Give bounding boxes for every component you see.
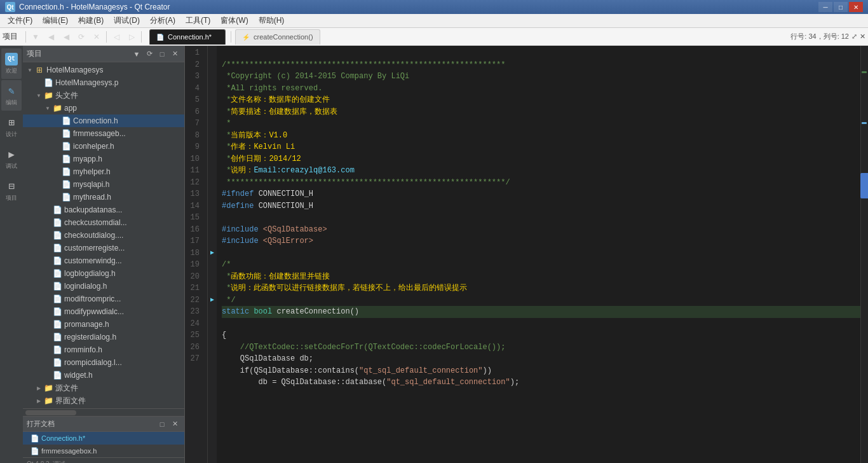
toolbar-prev-btn[interactable]: ◁ [109, 30, 123, 44]
panel-filter-btn[interactable]: ▼ [131, 48, 142, 60]
editor-wrapper: 1234567891011121314151617181920212223242… [185, 46, 868, 463]
file-icon-open-connection: 📄 [31, 434, 39, 443]
tree-item-connection[interactable]: 📄 Connection.h [23, 114, 184, 127]
file-icon-myhelper: 📄 [61, 167, 71, 176]
menu-edit[interactable]: 编辑(E) [37, 14, 73, 27]
window-controls[interactable]: ─ □ ✕ [818, 2, 863, 12]
file-icon-logindialog: 📄 [52, 282, 62, 291]
tree-item-headers[interactable]: ▼ 📁 头文件 [23, 89, 184, 102]
toolbar-forward-btn[interactable]: ◀ [59, 30, 73, 44]
tree-item-mysqlapi[interactable]: 📄 mysqlapi.h [23, 178, 184, 191]
toolbar-close-btn[interactable]: ✕ [90, 30, 104, 44]
file-icon-customerregiste: 📄 [52, 244, 62, 252]
tree-label-uifiles: 界面文件 [55, 396, 86, 406]
open-docs-header[interactable]: 打开文档 □ ✕ [23, 417, 184, 432]
menu-analyze[interactable]: 分析(A) [145, 14, 180, 27]
open-doc-label-frmmessage: frmmessagebox.h [41, 447, 97, 455]
file-icon-frmmessage: 📄 [61, 129, 71, 138]
tree-item-myapp[interactable]: 📄 myapp.h [23, 153, 184, 165]
tree-item-backupdatanase[interactable]: 📄 backupdatanas... [23, 204, 184, 216]
tree-label-logindialog: logindialog.h [64, 282, 107, 291]
close-icon[interactable]: ✕ [860, 32, 865, 41]
open-doc-connection[interactable]: 📄 Connection.h* [23, 432, 184, 445]
open-docs-expand-btn[interactable]: □ [156, 418, 168, 430]
tree-label-iconhelper: iconhelper.h [73, 142, 114, 151]
right-scroll-indicator[interactable] [860, 46, 868, 463]
sidebar-item-project[interactable]: ⊟ 项目 [1, 176, 22, 206]
menu-file[interactable]: 文件(F) [3, 14, 37, 27]
project-icon: ⊟ [8, 180, 15, 193]
sidebar-label-project: 项目 [6, 194, 17, 202]
tree-item-sources[interactable]: ▶ 📁 源文件 [23, 382, 184, 394]
panel-sync-btn[interactable]: ⟳ [144, 48, 155, 60]
toolbar-next-btn[interactable]: ▷ [125, 30, 139, 44]
open-docs-panel: 打开文档 □ ✕ 📄 Connection.h* 📄 frmmessagebox… [23, 416, 184, 457]
tree-label-hotel: HotelManagesys [46, 66, 103, 74]
tree-item-customerwindow[interactable]: 📄 customerwindg... [23, 254, 184, 267]
sidebar: Qt 欢迎 ✎ 编辑 ⊞ 设计 ▶ 调试 ⊟ 项目 ? 帮助 [0, 46, 23, 463]
right-tab-indicator[interactable] [860, 173, 868, 198]
open-docs-close-btn[interactable]: ✕ [169, 418, 180, 430]
code-editor[interactable]: 1234567891011121314151617181920212223242… [185, 46, 868, 463]
tree-item-roompicdialog[interactable]: 📄 roompicdialog.l... [23, 356, 184, 369]
tree-arrow-hotel: ▼ [25, 67, 34, 73]
tree-item-romminfo[interactable]: 📄 romminfo.h [23, 343, 184, 356]
toolbar-sync-btn[interactable]: ⟳ [74, 30, 88, 44]
tree-item-checkcustomdial[interactable]: 📄 checkcustomdial... [23, 216, 184, 229]
toolbar-filter-btn[interactable]: ▼ [29, 30, 43, 44]
tree-item-modiftroompric[interactable]: 📄 modiftroompric... [23, 293, 184, 305]
folder-icon-app: 📁 [52, 104, 62, 113]
hscroll-thumb[interactable] [25, 410, 76, 415]
tree-item-hotelpro[interactable]: 📄 HotelManagesys.p [23, 76, 184, 89]
sidebar-item-design[interactable]: ⊞ 设计 [1, 112, 22, 142]
tree-label-modiftroompric: modiftroompric... [64, 294, 121, 303]
toolbar-back-btn[interactable]: ◀ [44, 30, 58, 44]
tree-label-mythread: mythread.h [73, 193, 111, 202]
tree-arrow-headers: ▼ [34, 93, 43, 99]
tree-item-app[interactable]: ▼ 📁 app [23, 102, 184, 114]
tree-label-registerdialog: registerdialog.h [64, 333, 116, 342]
panel-expand-btn[interactable]: □ [156, 48, 168, 60]
menu-window[interactable]: 窗体(W) [215, 14, 253, 27]
close-button[interactable]: ✕ [849, 2, 863, 12]
tree-item-frmmessage[interactable]: 📄 frmmessageb... [23, 127, 184, 140]
file-icon-customerwindow: 📄 [52, 256, 62, 265]
menu-tools[interactable]: 工具(T) [180, 14, 215, 27]
panel-close-btn[interactable]: ✕ [169, 48, 180, 60]
tree-item-registerdialog[interactable]: 📄 registerdialog.h [23, 331, 184, 343]
tree-label-connection: Connection.h [73, 116, 118, 125]
tree-item-logindialog[interactable]: 📄 logindialog.h [23, 280, 184, 293]
code-content[interactable]: /***************************************… [217, 46, 860, 463]
minimize-button[interactable]: ─ [818, 2, 832, 12]
sidebar-item-welcome[interactable]: Qt 欢迎 [1, 48, 22, 79]
tree-item-widget[interactable]: 📄 widget.h [23, 369, 184, 382]
tab-create-connection[interactable]: ⚡ createConnection() [235, 29, 320, 45]
menu-help[interactable]: 帮助(H) [254, 14, 290, 27]
maximize-button[interactable]: □ [834, 2, 848, 12]
app-icon: Qt [5, 2, 15, 12]
tree-item-checkoutdialog[interactable]: 📄 checkoutdialog.... [23, 229, 184, 242]
tree-label-headers: 头文件 [55, 90, 78, 101]
tab-connection-h[interactable]: 📄 Connection.h* [149, 29, 226, 45]
tree-item-promanage[interactable]: 📄 promanage.h [23, 318, 184, 331]
panel-hscroll[interactable] [23, 408, 184, 416]
tree-item-iconhelper[interactable]: 📄 iconhelper.h [23, 140, 184, 153]
expand-icon[interactable]: ⤢ [851, 32, 857, 41]
file-icon-open-frmmessage: 📄 [31, 447, 39, 455]
sidebar-item-edit[interactable]: ✎ 编辑 [1, 80, 22, 111]
open-doc-frmmessage[interactable]: 📄 frmmessagebox.h [23, 445, 184, 457]
menu-build[interactable]: 构建(B) [73, 14, 109, 27]
sidebar-item-debug[interactable]: ▶ 调试 [1, 144, 22, 174]
tree-item-logblogdialog[interactable]: 📄 logblogdialog.h [23, 267, 184, 280]
tree-arrow-app: ▼ [43, 106, 52, 111]
tree-item-uifiles[interactable]: ▶ 📁 界面文件 [23, 394, 184, 407]
file-icon-romminfo: 📄 [52, 345, 62, 354]
tree-label-frmmessage: frmmessageb... [73, 129, 126, 138]
tree-item-modifypwwdialc[interactable]: 📄 modifypwwdialc... [23, 305, 184, 318]
tree-item-myhelper[interactable]: 📄 myhelper.h [23, 165, 184, 178]
tree-item-mythread[interactable]: 📄 mythread.h [23, 191, 184, 204]
toolbar-sep-1 [25, 31, 26, 43]
tree-item-hotel[interactable]: ▼ ⊞ HotelManagesys [23, 64, 184, 76]
tree-item-customerregiste[interactable]: 📄 customerregiste... [23, 242, 184, 254]
menu-debug[interactable]: 调试(D) [109, 14, 145, 27]
